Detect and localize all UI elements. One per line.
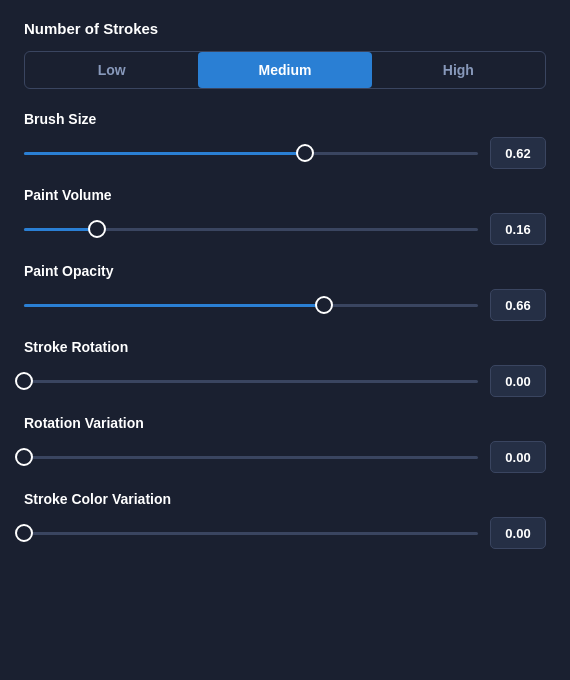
slider-value-1[interactable]: 0.16 bbox=[490, 213, 546, 245]
slider-label-0: Brush Size bbox=[24, 111, 546, 127]
slider-track-container-3[interactable] bbox=[24, 371, 478, 391]
slider-track-3 bbox=[24, 380, 478, 383]
slider-thumb-4[interactable] bbox=[15, 448, 33, 466]
toggle-medium[interactable]: Medium bbox=[198, 52, 371, 88]
slider-track-container-1[interactable] bbox=[24, 219, 478, 239]
slider-section-1: Paint Volume 0.16 bbox=[24, 187, 546, 245]
slider-fill-2 bbox=[24, 304, 324, 307]
slider-section-5: Stroke Color Variation 0.00 bbox=[24, 491, 546, 549]
slider-label-3: Stroke Rotation bbox=[24, 339, 546, 355]
slider-label-1: Paint Volume bbox=[24, 187, 546, 203]
sliders-container: Brush Size 0.62 Paint Volume bbox=[24, 111, 546, 549]
slider-track-container-4[interactable] bbox=[24, 447, 478, 467]
toggle-low[interactable]: Low bbox=[25, 52, 198, 88]
slider-value-0[interactable]: 0.62 bbox=[490, 137, 546, 169]
slider-track-container-5[interactable] bbox=[24, 523, 478, 543]
slider-thumb-1[interactable] bbox=[88, 220, 106, 238]
slider-row-1: 0.16 bbox=[24, 213, 546, 245]
slider-value-5[interactable]: 0.00 bbox=[490, 517, 546, 549]
slider-thumb-5[interactable] bbox=[15, 524, 33, 542]
slider-track-0 bbox=[24, 152, 478, 155]
slider-thumb-0[interactable] bbox=[296, 144, 314, 162]
slider-value-2[interactable]: 0.66 bbox=[490, 289, 546, 321]
slider-track-container-2[interactable] bbox=[24, 295, 478, 315]
slider-fill-0 bbox=[24, 152, 305, 155]
slider-track-5 bbox=[24, 532, 478, 535]
slider-label-2: Paint Opacity bbox=[24, 263, 546, 279]
slider-row-0: 0.62 bbox=[24, 137, 546, 169]
slider-section-0: Brush Size 0.62 bbox=[24, 111, 546, 169]
slider-track-1 bbox=[24, 228, 478, 231]
slider-row-5: 0.00 bbox=[24, 517, 546, 549]
slider-row-4: 0.00 bbox=[24, 441, 546, 473]
slider-section-4: Rotation Variation 0.00 bbox=[24, 415, 546, 473]
slider-fill-1 bbox=[24, 228, 97, 231]
slider-value-3[interactable]: 0.00 bbox=[490, 365, 546, 397]
slider-row-2: 0.66 bbox=[24, 289, 546, 321]
slider-section-3: Stroke Rotation 0.00 bbox=[24, 339, 546, 397]
slider-value-4[interactable]: 0.00 bbox=[490, 441, 546, 473]
slider-thumb-3[interactable] bbox=[15, 372, 33, 390]
slider-label-5: Stroke Color Variation bbox=[24, 491, 546, 507]
slider-thumb-2[interactable] bbox=[315, 296, 333, 314]
strokes-toggle-group: Low Medium High bbox=[24, 51, 546, 89]
slider-track-4 bbox=[24, 456, 478, 459]
slider-row-3: 0.00 bbox=[24, 365, 546, 397]
panel: Number of Strokes Low Medium High Brush … bbox=[24, 20, 546, 549]
slider-track-container-0[interactable] bbox=[24, 143, 478, 163]
slider-section-2: Paint Opacity 0.66 bbox=[24, 263, 546, 321]
toggle-high[interactable]: High bbox=[372, 52, 545, 88]
strokes-title: Number of Strokes bbox=[24, 20, 546, 37]
slider-track-2 bbox=[24, 304, 478, 307]
slider-label-4: Rotation Variation bbox=[24, 415, 546, 431]
